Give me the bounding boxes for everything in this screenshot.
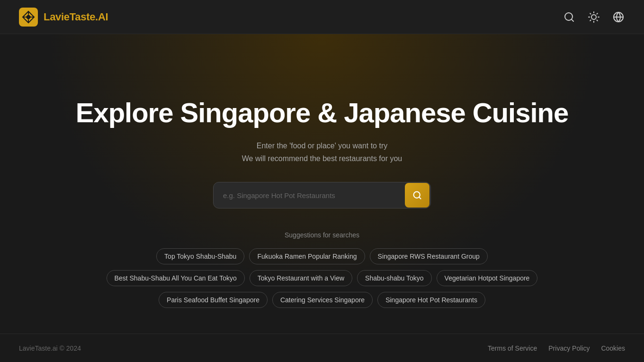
footer: LavieTaste.ai © 2024 Terms of Service Pr…	[0, 334, 644, 362]
svg-line-11	[597, 20, 597, 20]
search-input[interactable]	[214, 182, 404, 208]
svg-line-6	[572, 19, 573, 21]
suggestion-chip[interactable]: Vegetarian Hotpot Singapore	[437, 270, 538, 286]
suggestion-chip[interactable]: Top Tokyo Shabu-Shabu	[156, 248, 244, 264]
suggestion-chip[interactable]: Fukuoka Ramen Popular Ranking	[249, 248, 365, 264]
suggestions-container: Top Tokyo Shabu-Shabu Fukuoka Ramen Popu…	[107, 248, 538, 308]
suggestion-chip[interactable]: Paris Seafood Buffet Singapore	[159, 292, 268, 308]
suggestions-label: Suggestions for searches	[285, 231, 359, 239]
theme-icon[interactable]	[587, 10, 600, 24]
suggestions-row-2: Best Shabu-Shabu All You Can Eat Tokyo T…	[107, 270, 538, 286]
hero-subtitle: Enter the 'food or place' you want to tr…	[242, 139, 402, 165]
cookies-link[interactable]: Cookies	[601, 344, 625, 352]
privacy-link[interactable]: Privacy Policy	[548, 344, 590, 352]
suggestion-chip[interactable]: Best Shabu-Shabu All You Can Eat Tokyo	[107, 270, 245, 286]
footer-links: Terms of Service Privacy Policy Cookies	[488, 344, 625, 352]
suggestion-chip[interactable]: Singapore Hot Pot Restaurants	[377, 292, 485, 308]
svg-point-7	[591, 15, 596, 19]
suggestions-row-1: Top Tokyo Shabu-Shabu Fukuoka Ramen Popu…	[156, 248, 488, 264]
suggestion-chip[interactable]: Catering Services Singapore	[272, 292, 373, 308]
main-content: Explore Singapore & Japanese Cuisine Ent…	[0, 34, 644, 334]
svg-line-10	[590, 13, 590, 14]
hero-title: Explore Singapore & Japanese Cuisine	[76, 98, 569, 128]
logo-text: LavieTaste.AI	[44, 11, 108, 23]
header-icons	[563, 10, 625, 24]
logo[interactable]: LavieTaste.AI	[19, 8, 108, 27]
suggestion-chip[interactable]: Tokyo Restaurant with a View	[250, 270, 352, 286]
footer-copyright: LavieTaste.ai © 2024	[19, 344, 81, 352]
suggestions-row-3: Paris Seafood Buffet Singapore Catering …	[159, 292, 485, 308]
svg-line-19	[419, 197, 421, 199]
search-icon[interactable]	[563, 10, 576, 24]
search-button[interactable]	[405, 183, 429, 208]
suggestion-chip[interactable]: Shabu-shabu Tokyo	[357, 270, 432, 286]
svg-line-15	[597, 13, 597, 14]
terms-link[interactable]: Terms of Service	[488, 344, 537, 352]
svg-line-14	[590, 20, 590, 20]
search-bar	[213, 182, 431, 208]
header: LavieTaste.AI	[0, 0, 644, 34]
suggestion-chip[interactable]: Singapore RWS Restaurant Group	[370, 248, 488, 264]
language-icon[interactable]	[612, 10, 625, 24]
logo-icon	[19, 8, 38, 27]
